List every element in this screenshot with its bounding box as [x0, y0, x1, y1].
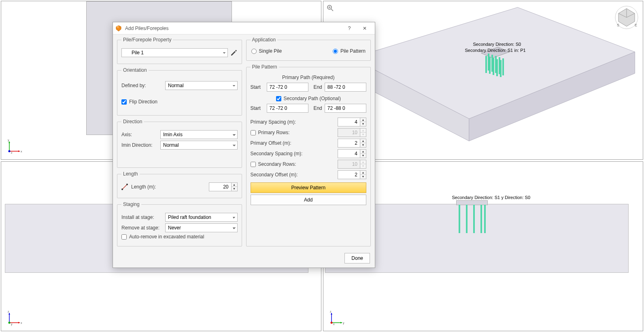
svg-line-39: [122, 184, 127, 189]
remove-stage-select[interactable]: Never: [165, 223, 238, 232]
pile-pattern-label: Pile Pattern: [340, 48, 366, 54]
secondary-spacing-input[interactable]: [338, 149, 360, 158]
edit-icon[interactable]: [230, 49, 238, 56]
axis-gizmo-xz: x z y: [6, 310, 22, 326]
preview-pattern-button[interactable]: Preview Pattern: [251, 182, 367, 193]
defined-by-select[interactable]: Normal: [165, 81, 238, 90]
primary-spacing-spinner[interactable]: ▲▼: [360, 118, 366, 126]
orientation-group: Orientation Defined by: Normal Flip Dire…: [117, 67, 242, 116]
flip-direction-checkbox[interactable]: [121, 99, 127, 105]
remove-stage-label: Remove at stage:: [121, 225, 162, 231]
primary-start-input[interactable]: [267, 83, 308, 92]
dialog-titlebar[interactable]: Add Piles/Forepoles ? ✕: [113, 22, 375, 34]
length-label: Length (m):: [131, 184, 156, 190]
svg-text:E: E: [635, 23, 637, 27]
defined-by-label: Defined by:: [121, 83, 162, 88]
svg-marker-24: [18, 322, 20, 323]
svg-text:y: y: [11, 323, 13, 326]
primary-rows-checkbox[interactable]: [251, 130, 256, 135]
primary-end-input[interactable]: [325, 83, 366, 92]
length-spinner[interactable]: ▲▼: [232, 182, 238, 191]
direction-label: Secondary Direction: S0: [473, 42, 521, 47]
axis-label: Axis:: [121, 132, 157, 137]
pile-pattern-group: Pile Pattern Primary Path (Required) Sta…: [246, 64, 371, 246]
length-icon: [121, 184, 128, 190]
secondary-spacing-spinner[interactable]: ▲▼: [360, 149, 366, 158]
primary-path-heading: Primary Path (Required): [251, 75, 367, 80]
secondary-offset-spinner[interactable]: ▲▼: [360, 170, 366, 179]
primary-rows-label: Primary Rows:: [258, 130, 290, 135]
svg-marker-3: [9, 141, 10, 143]
svg-text:y: y: [8, 139, 9, 142]
svg-marker-32: [340, 322, 342, 323]
dialog-title: Add Piles/Forepoles: [125, 26, 342, 31]
navigation-cube[interactable]: S E: [614, 5, 639, 30]
secondary-rows-checkbox[interactable]: [251, 162, 256, 167]
secondary-end-input[interactable]: [325, 104, 366, 113]
auto-remove-checkbox[interactable]: [121, 234, 127, 240]
app-icon: [115, 25, 122, 32]
secondary-spacing-label: Secondary Spacing (m):: [251, 151, 310, 156]
svg-text:y: y: [343, 321, 344, 325]
single-pile-label: Single Pile: [259, 48, 282, 54]
pile-property-group: Pile/Forepole Property Pile 1: [117, 37, 242, 64]
pile-property-select[interactable]: Pile 1: [121, 48, 228, 57]
svg-point-41: [126, 184, 128, 185]
group-legend: Length: [121, 171, 140, 177]
svg-text:x: x: [21, 321, 22, 324]
secondary-offset-label: Secondary Offset (m):: [251, 172, 310, 178]
secondary-rows-label: Secondary Rows:: [258, 161, 296, 167]
group-legend: Orientation: [121, 67, 149, 73]
primary-rows-spinner: ▲▼: [360, 128, 366, 137]
axis-select[interactable]: Imin Axis: [160, 130, 238, 139]
svg-point-40: [121, 188, 123, 190]
svg-text:x: x: [333, 323, 335, 326]
secondary-offset-input[interactable]: [338, 170, 360, 179]
help-button[interactable]: ?: [342, 23, 357, 34]
application-group: Application Single Pile Pile Pattern: [246, 37, 371, 61]
secondary-path-heading: Secondary Path (Optional): [284, 96, 341, 101]
svg-point-4: [9, 150, 11, 152]
secondary-rows-spinner: ▲▼: [360, 160, 366, 169]
install-stage-label: Install at stage:: [121, 214, 162, 220]
svg-marker-26: [9, 313, 10, 315]
secondary-start-label: Start: [251, 105, 264, 111]
svg-text:S: S: [617, 23, 619, 27]
pile-pattern-radio[interactable]: [333, 49, 338, 54]
svg-marker-1: [18, 150, 20, 152]
direction-label: y Direction: S0: [502, 195, 531, 200]
direction-label: Secondary Direction: S1: [452, 195, 500, 200]
flip-direction-label: Flip Direction: [129, 99, 157, 105]
length-input[interactable]: [209, 182, 232, 191]
primary-offset-spinner[interactable]: ▲▼: [360, 139, 366, 148]
single-pile-radio[interactable]: [251, 49, 257, 54]
group-legend: Direction: [121, 119, 144, 124]
axis-gizmo-xy: x y z: [6, 138, 22, 154]
primary-end-label: End: [311, 84, 322, 90]
close-button[interactable]: ✕: [357, 23, 372, 34]
group-legend: Staging: [121, 201, 141, 207]
primary-spacing-input[interactable]: [338, 118, 360, 126]
length-group: Length Length (m): ▲▼: [117, 171, 242, 198]
group-legend: Pile/Forepole Property: [121, 37, 173, 43]
install-stage-select[interactable]: Piled raft foundation: [165, 213, 238, 222]
primary-offset-label: Primary Offset (m):: [251, 140, 310, 146]
direction-group: Direction Axis: Imin Axis Imin Direction…: [117, 119, 242, 168]
add-button[interactable]: Add: [251, 195, 367, 205]
secondary-end-label: End: [311, 105, 322, 111]
secondary-start-input[interactable]: [267, 104, 308, 113]
imin-direction-label: Imin Direction:: [121, 142, 157, 148]
group-legend: Application: [251, 37, 278, 43]
staging-group: Staging Install at stage: Piled raft fou…: [117, 201, 242, 246]
secondary-rows-input: [338, 160, 360, 169]
svg-point-27: [9, 322, 11, 324]
done-button[interactable]: Done: [344, 253, 370, 263]
svg-text:z: z: [8, 310, 9, 313]
secondary-path-checkbox[interactable]: [276, 96, 281, 101]
axis-gizmo-yz: y z x: [328, 310, 344, 326]
imin-direction-select[interactable]: Normal: [160, 141, 238, 150]
primary-spacing-label: Primary Spacing (m):: [251, 119, 310, 125]
direction-label: in: P1: [514, 48, 526, 53]
primary-offset-input[interactable]: [338, 139, 360, 148]
svg-marker-34: [331, 313, 332, 315]
